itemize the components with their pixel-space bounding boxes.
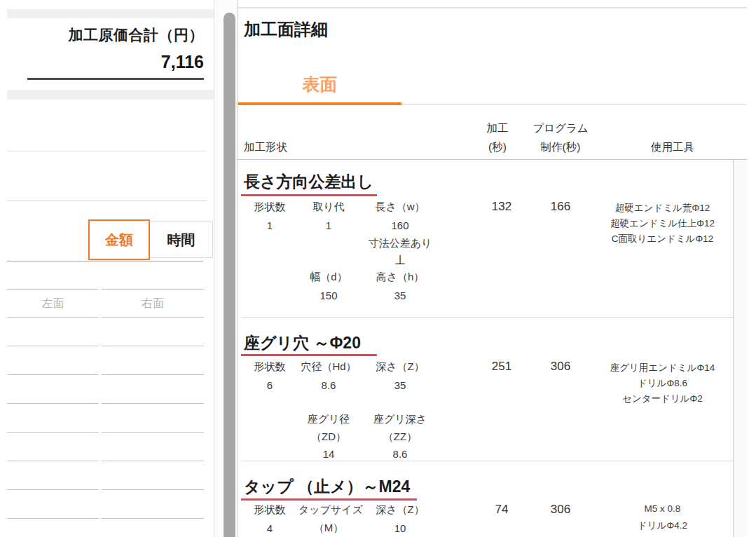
sidebar-scrollbar-track[interactable] (214, 0, 238, 537)
detail-label: 穴径（Hd） (298, 360, 359, 374)
tool-item: C面取りエンドミルΦ12 (592, 231, 733, 247)
amount-toggle-button[interactable]: 金額 (88, 219, 150, 260)
detail-value: 1 (241, 219, 298, 231)
tab-front-face-label: 表面 (303, 73, 338, 96)
face-empty-row (7, 318, 204, 346)
tools-list: 超硬エンドミル荒Φ12 超硬エンドミル仕上Φ12 C面取りエンドミルΦ12 (592, 200, 733, 247)
section-title: 長さ方向公差出し (244, 171, 373, 193)
detail-label: 幅（d） (298, 271, 359, 284)
detail-row: 1 1 160 (241, 216, 441, 234)
tab-front-face[interactable]: 表面 (238, 66, 401, 102)
divider-strip-top (7, 9, 214, 18)
detail-label: 形状数 (241, 360, 298, 374)
face-list: 左面 右面 (7, 289, 204, 519)
face-empty-row (7, 404, 204, 433)
detail-label: 形状数 (241, 503, 298, 517)
detail-label: （ZD） (298, 430, 359, 444)
machining-seconds-value: 132 (467, 198, 537, 216)
tools-list: 座グリ用エンドミルΦ14 ドリルΦ8.6 センタードリルΦ2 (592, 360, 733, 407)
detail-row: 4 （M） 10 (241, 519, 441, 537)
face-empty-row (7, 490, 204, 519)
detail-row: （ZD） （ZZ） (241, 428, 441, 446)
detail-value: 4 (241, 522, 298, 534)
detail-row: 150 35 (241, 286, 441, 304)
face-tab-right[interactable]: 右面 (102, 289, 204, 318)
tool-item: ドリルΦ4.2 (592, 517, 733, 534)
detail-value: 8.6 (298, 379, 359, 391)
detail-label: 深さ（Z） (359, 360, 441, 374)
detail-value: 35 (359, 379, 441, 391)
detail-label: （ZZ） (359, 430, 441, 444)
divider-strip-bottom (7, 90, 214, 100)
face-tab-left[interactable]: 左面 (7, 289, 99, 318)
detail-row: ⊥ (241, 250, 441, 268)
detail-label: 深さ（Z） (359, 503, 441, 517)
detail-row: 幅（d） 高さ（h） (241, 268, 441, 286)
tool-item: 超硬エンドミル荒Φ12 (592, 200, 733, 216)
program-seconds-value: 306 (530, 358, 591, 376)
section-title-underline (241, 354, 377, 356)
detail-label: 形状数 (241, 200, 298, 214)
total-cost-underline (27, 78, 204, 80)
tool-item: センタードリルΦ2 (592, 391, 733, 407)
detail-value: 8.6 (359, 448, 441, 460)
detail-value: 160 (359, 219, 441, 231)
detail-value: 150 (298, 290, 359, 301)
time-toggle-button[interactable]: 時間 (150, 222, 213, 258)
tabbar-border (401, 104, 747, 105)
face-empty-row (7, 346, 204, 375)
detail-label: 座グリ深さ (359, 413, 441, 426)
total-cost-value: 7,116 (27, 52, 204, 72)
amount-time-toggle: 金額 時間 (88, 219, 213, 260)
column-header-machining-line2: (秒) (462, 140, 532, 155)
column-header-tools: 使用工具 (603, 140, 743, 155)
section-title-underline (241, 194, 377, 196)
sidebar-divider-2 (7, 200, 207, 201)
section-divider (241, 461, 733, 461)
detail-label: 高さ（h） (359, 271, 441, 284)
detail-row: 座グリ径 座グリ深さ (241, 410, 441, 428)
column-header-shape: 加工形状 (244, 140, 287, 155)
detail-value: 14 (298, 448, 359, 460)
detail-row: 形状数 取り代 長さ（w） (241, 198, 441, 216)
detail-value: 10 (359, 522, 441, 534)
table-scroll-gutter[interactable] (734, 160, 747, 537)
section-divider (241, 317, 733, 318)
tool-item: 座グリ用エンドミルΦ14 (592, 360, 733, 376)
perpendicularity-tolerance-icon: ⊥ (359, 252, 441, 268)
face-empty-row (7, 375, 204, 404)
table-right-border (733, 160, 734, 537)
tool-item: 超硬エンドミル仕上Φ12 (592, 216, 733, 231)
detail-label: 取り代 (298, 200, 359, 214)
column-header-program-line1: プログラム (529, 121, 592, 136)
detail-value: （M） (298, 522, 359, 535)
page-title: 加工面詳細 (244, 18, 328, 41)
face-empty-row (7, 461, 204, 490)
machining-seconds-value: 251 (467, 358, 537, 376)
section-title: 座グリ穴 ～Φ20 (244, 332, 361, 354)
panel-top-border (238, 7, 747, 8)
tool-item: M5 x 0.8 (592, 501, 733, 517)
detail-row: 形状数 穴径（Hd） 深さ（Z） (241, 358, 441, 376)
sidebar-scrollbar-thumb[interactable] (224, 13, 235, 537)
tolerance-note: 寸法公差あり (359, 237, 441, 250)
detail-label: 座グリ径 (298, 413, 359, 426)
face-empty-row (7, 433, 204, 461)
detail-value: 6 (241, 379, 298, 391)
tool-item: ドリルΦ8.6 (592, 376, 733, 391)
machining-seconds-value: 74 (467, 501, 537, 519)
column-header-machining-line1: 加工 (462, 121, 532, 136)
summary-sidebar: 加工原価合計（円） 7,116 金額 時間 左面 右面 (0, 0, 214, 537)
detail-value: 35 (359, 290, 441, 301)
detail-row: 6 8.6 35 (241, 376, 441, 394)
section-title: タップ （止メ）～M24 (244, 476, 410, 498)
tools-list: M5 x 0.8 ドリルΦ4.2 (592, 501, 733, 534)
face-tabs-row: 左面 右面 (7, 289, 204, 318)
detail-value: 1 (298, 219, 359, 231)
column-header-program-line2: 制作(秒) (529, 140, 592, 155)
detail-label: 長さ（w） (359, 200, 441, 214)
sidebar-divider-3 (7, 261, 203, 261)
detail-row: 形状数 タップサイズ 深さ（Z） (241, 501, 441, 519)
table-header-border (238, 159, 747, 160)
sidebar-divider-1 (7, 151, 207, 151)
